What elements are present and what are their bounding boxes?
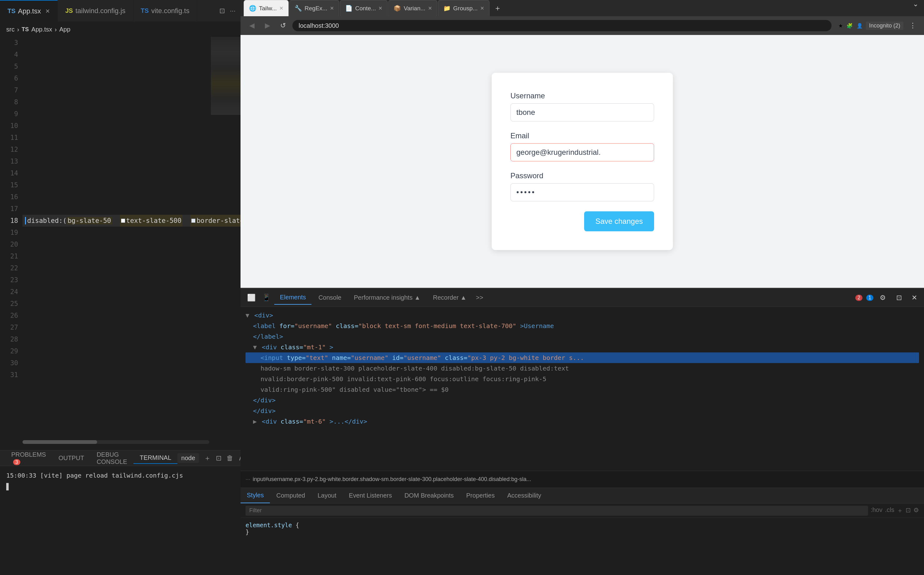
more-actions-icon[interactable]: ··· — [230, 7, 236, 15]
styles-filter-input[interactable] — [245, 506, 868, 516]
address-bar[interactable]: localhost:3000 — [292, 20, 832, 31]
email-input[interactable] — [510, 143, 654, 161]
tailwind-tab-close[interactable]: ✕ — [279, 5, 283, 11]
styles-settings-icon[interactable]: ⚙ — [913, 506, 919, 515]
username-group: Username — [510, 92, 654, 121]
code-line-12 — [22, 144, 241, 156]
browser-tab-content[interactable]: 📄 Conte... ✕ — [340, 0, 388, 16]
tab-app-tsx[interactable]: TS App.tsx ✕ — [0, 0, 58, 22]
output-tab-label: OUTPUT — [58, 454, 84, 461]
groups-tab-close[interactable]: ✕ — [480, 5, 484, 11]
browser-new-tab-button[interactable]: ＋ — [490, 0, 505, 16]
dom-line-input[interactable]: <input type="text" name="username" id="u… — [245, 353, 919, 363]
browser-tab-regex[interactable]: 🔧 RegEx... ✕ — [289, 0, 339, 16]
styles-tab-computed[interactable]: Computed — [270, 488, 311, 503]
terminal-content[interactable]: 15:00:33 [vite] page reload tailwind.con… — [0, 466, 241, 575]
code-line-17 — [22, 203, 241, 215]
password-group: Password — [510, 172, 654, 201]
devtools-settings-button[interactable]: ⚙ — [876, 291, 890, 305]
styles-tab-styles[interactable]: Styles — [241, 488, 270, 503]
address-bar-icons: ★ 🧩 👤 — [838, 23, 863, 29]
devtools-inspect-button[interactable]: ⬜ — [244, 291, 258, 305]
line-num-24: 24 — [10, 286, 18, 298]
incognito-badge[interactable]: Incognito (2) — [866, 22, 903, 30]
browser-tab-groups[interactable]: 📁 Grousp... ✕ — [438, 0, 489, 16]
back-button[interactable]: ◀ — [245, 19, 258, 32]
devtools-tab-performance[interactable]: Performance insights ▲ — [348, 291, 426, 305]
tab-tailwind-config[interactable]: JS tailwind.config.js — [58, 0, 133, 22]
hov-button[interactable]: :hov — [871, 506, 883, 515]
terminal-tab-debug[interactable]: DEBUG CONSOLE — [90, 449, 133, 467]
line-num-27: 27 — [10, 321, 18, 334]
line-num-6: 6 — [14, 72, 18, 84]
trash-terminal-icon[interactable]: 🗑 — [226, 454, 233, 462]
devtools-dock-button[interactable]: ⊡ — [892, 291, 906, 305]
layout-tab-label: Layout — [318, 492, 336, 499]
terminal-tab-output[interactable]: OUTPUT — [52, 453, 90, 464]
styles-tab-layout[interactable]: Layout — [311, 488, 343, 503]
add-terminal-icon[interactable]: ＋ — [204, 454, 211, 463]
dom-expand-icon[interactable]: ▼ — [245, 311, 249, 319]
password-input[interactable] — [510, 183, 654, 201]
split-editor-icon[interactable]: ⊡ — [219, 7, 225, 15]
devtools-more-tabs[interactable]: >> — [473, 294, 486, 301]
dom-line-close-label: </label> — [245, 331, 919, 342]
debug-tab-label: DEBUG CONSOLE — [97, 451, 127, 465]
border-slate-swatch: border-slate-200 — [190, 215, 241, 227]
breadcrumb-file[interactable]: App.tsx — [31, 26, 52, 33]
breadcrumb-src[interactable]: src — [6, 26, 15, 33]
browser-tab-variant[interactable]: 📦 Varian... ✕ — [388, 0, 437, 16]
split-terminal-icon[interactable]: ⊡ — [216, 454, 221, 462]
browser-menu-button[interactable]: ⋮ — [906, 19, 919, 32]
scrollbar-thumb — [22, 440, 97, 444]
tab-vite-config[interactable]: TS vite.config.ts — [133, 0, 198, 22]
styles-tab-dom-breakpoints[interactable]: DOM Breakpoints — [398, 488, 460, 503]
bookmark-icon[interactable]: ★ — [838, 23, 843, 29]
username-input[interactable] — [510, 103, 654, 121]
forward-button[interactable]: ▶ — [261, 19, 274, 32]
styles-tab-event-listeners[interactable]: Event Listeners — [343, 488, 398, 503]
profile-icon[interactable]: 👤 — [857, 23, 863, 29]
devtools-tab-recorder[interactable]: Recorder ▲ — [427, 291, 472, 305]
save-changes-button[interactable]: Save changes — [584, 211, 654, 231]
styles-filter-row: :hov .cls ＋ ⊡ ⚙ — [241, 504, 924, 518]
code-line-16 — [22, 191, 241, 203]
disabled-modifier: disabled:(bg-slate-50 — [27, 217, 116, 224]
tailwind-tab-label: Tailw... — [259, 5, 277, 12]
devtools-device-button[interactable]: 📱 — [259, 291, 273, 305]
terminal-text-1: 15:00:33 [vite] page reload tailwind.con… — [6, 472, 183, 479]
refresh-button[interactable]: ↺ — [277, 19, 289, 32]
browser-tab-tailwind[interactable]: 🌐 Tailw... ✕ — [244, 0, 288, 16]
editor-area[interactable]: 3 4 5 6 7 8 9 10 11 12 13 14 15 16 17 18… — [0, 37, 241, 450]
devtools-close-button[interactable]: ✕ — [908, 292, 920, 304]
editor-horizontal-scrollbar[interactable] — [22, 440, 209, 444]
styles-more-icon[interactable]: ⊡ — [906, 506, 911, 515]
devtools-tab-console[interactable]: Console — [313, 291, 347, 305]
styles-tab-accessibility[interactable]: Accessibility — [501, 488, 548, 503]
editor-lines[interactable]: disabled:(bg-slate-50 text-slate-500 bor… — [22, 37, 241, 450]
terminal-tab-terminal[interactable]: TERMINAL — [133, 452, 177, 464]
variant-tab-close[interactable]: ✕ — [428, 5, 432, 11]
terminal-tab-problems[interactable]: PROBLEMS 3 — [5, 449, 52, 467]
dom-expand-mt1[interactable]: ▼ — [253, 343, 257, 351]
line-num-19: 19 — [10, 227, 18, 238]
line-num-29: 29 — [10, 345, 18, 357]
browser-tab-chevron[interactable]: ⌄ — [910, 0, 921, 16]
code-line-13 — [22, 156, 241, 167]
minimap-content — [211, 37, 241, 115]
regex-tab-close[interactable]: ✕ — [330, 5, 334, 11]
dom-line-close-div-inner: </div> — [245, 395, 919, 405]
line-num-15: 15 — [10, 179, 18, 191]
dom-expand-mt6[interactable]: ▶ — [253, 418, 257, 425]
styles-tab-properties[interactable]: Properties — [460, 488, 501, 503]
plus-button[interactable]: ＋ — [897, 506, 903, 515]
extensions-icon[interactable]: 🧩 — [846, 23, 853, 29]
devtools-tab-elements[interactable]: Elements — [274, 291, 311, 305]
styles-tab-label: Styles — [247, 492, 264, 499]
breadcrumb-symbol[interactable]: App — [59, 26, 71, 33]
cls-button[interactable]: .cls — [885, 506, 894, 515]
dom-tree[interactable]: ▼ <div> <label for="username" class="blo… — [241, 307, 924, 471]
content-tab-close[interactable]: ✕ — [378, 5, 382, 11]
text-slate-swatch: text-slate-500 — [120, 215, 182, 227]
tab-close-app-tsx[interactable]: ✕ — [45, 8, 50, 15]
